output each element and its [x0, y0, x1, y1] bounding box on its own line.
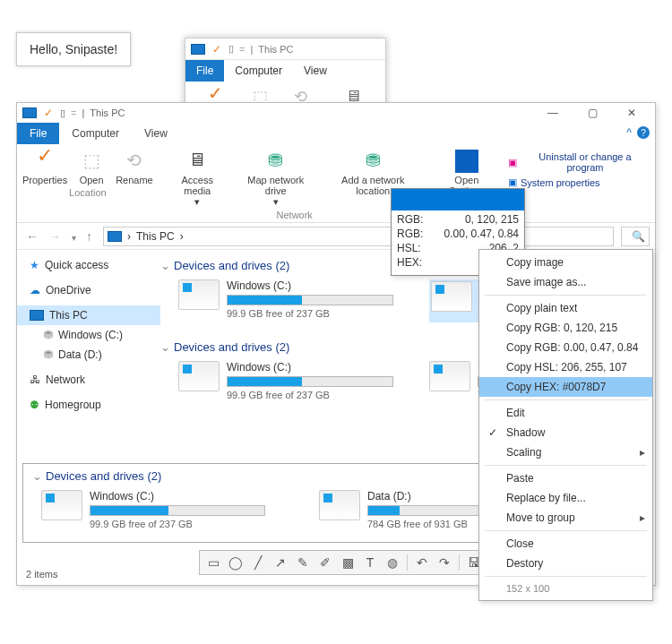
cloud-icon: ☁ — [30, 284, 40, 296]
drive-icon — [431, 281, 472, 312]
drive-icon — [319, 490, 360, 520]
menu-item[interactable]: Replace by file... — [479, 488, 652, 508]
homegroup-icon: ⚉ — [30, 399, 39, 411]
menu-item[interactable]: Copy RGB: 0, 120, 215 — [479, 318, 652, 338]
tab-computer[interactable]: Computer — [224, 60, 293, 82]
menu-item: 152 x 100 — [479, 580, 652, 597]
drive-c[interactable]: Windows (C:)99.9 GB free of 237 GB — [178, 279, 393, 322]
color-row: RGB:0.00, 0.47, 0.84 — [397, 227, 519, 241]
menu-item[interactable]: Copy image — [479, 253, 652, 272]
properties-button[interactable]: ✓Properties — [22, 150, 67, 185]
drive-icon — [178, 279, 220, 310]
star-icon: ★ — [30, 259, 39, 271]
monitor-icon — [22, 107, 37, 118]
search-icon: 🔍 — [632, 230, 645, 243]
menu-item[interactable]: Edit — [479, 403, 652, 423]
ribbon-network: 🖥Access media▾ ⛃Map network drive▾ ⛃Add … — [168, 150, 422, 220]
separator — [407, 554, 408, 571]
check-icon: ✓ — [42, 107, 55, 119]
tool-button[interactable]: ◯ — [226, 553, 246, 572]
menu-item[interactable]: Close — [479, 534, 652, 554]
tool-button[interactable]: ◍ — [383, 553, 402, 572]
history-button[interactable]: ▾ — [68, 233, 80, 243]
win-title: This PC — [90, 107, 125, 118]
tool-button[interactable]: ✎ — [293, 553, 313, 572]
rename-button[interactable]: ⟲Rename — [116, 150, 153, 185]
menu-item[interactable]: Move to group — [479, 508, 652, 528]
context-menu: Copy imageSave image as...Copy plain tex… — [478, 249, 653, 601]
search-box[interactable]: 🔍 — [621, 227, 650, 246]
path-box[interactable]: › This PC › — [103, 227, 614, 246]
drive-c[interactable]: Windows (C:)99.9 GB free of 237 GB — [178, 361, 393, 400]
tool-button[interactable]: ✐ — [315, 553, 335, 572]
sidebar-onedrive[interactable]: ☁OneDrive — [17, 280, 160, 300]
sidebar-network[interactable]: 🖧Network — [17, 370, 160, 390]
ribbon-location: ✓Properties ⬚Open ⟲Rename Location — [22, 150, 153, 220]
tool-button[interactable]: ▭ — [203, 553, 223, 572]
mini-tabs: File Computer View — [185, 60, 385, 82]
sidebar-datad[interactable]: ⛃Data (D:) — [17, 345, 160, 365]
menu-separator — [485, 399, 647, 400]
tab-file[interactable]: File — [17, 123, 59, 144]
sysprops-link[interactable]: ▣System properties — [508, 175, 650, 190]
tab-view[interactable]: View — [293, 60, 338, 82]
status-bar: 2 items — [26, 569, 57, 580]
network-icon: 🖧 — [30, 374, 40, 386]
sidebar-thispc[interactable]: This PC — [17, 305, 160, 325]
minimize-button[interactable]: — — [533, 103, 573, 123]
address-bar: ← → ▾ ↑ › This PC › 🔍 — [17, 223, 655, 250]
tab-file[interactable]: File — [185, 60, 224, 82]
drive-icon: ⛃ — [44, 348, 53, 361]
sidebar-winc[interactable]: ⛃Windows (C:) — [17, 325, 160, 345]
window-buttons: — ▢ ✕ — [533, 103, 651, 123]
menu-separator — [485, 576, 647, 577]
tool-button[interactable]: ↷ — [435, 553, 454, 572]
ribbon: ✓Properties ⬚Open ⟲Rename Location 🖥Acce… — [17, 144, 655, 223]
sep-icon: › — [127, 230, 131, 243]
nav-buttons: ← → ▾ ↑ — [22, 229, 96, 244]
maximize-button[interactable]: ▢ — [573, 103, 612, 123]
bar-icon: ▯ — [228, 43, 234, 55]
help-icon[interactable]: ? — [637, 126, 650, 139]
tool-button[interactable]: T — [360, 553, 380, 572]
tool-button[interactable]: ╱ — [248, 553, 268, 572]
chevron-down-icon: ⌄ — [160, 340, 174, 354]
group-label: Location — [22, 185, 153, 198]
menu-item[interactable]: Copy HSL: 206, 255, 107 — [479, 357, 652, 377]
ribbon-help: ^? — [626, 126, 650, 139]
tool-button[interactable]: ↶ — [412, 553, 432, 572]
mini-title: This PC — [258, 44, 293, 55]
menu-item[interactable]: Save image as... — [479, 272, 652, 292]
access-media[interactable]: 🖥Access media▾ — [168, 150, 228, 208]
menu-item[interactable]: Copy HEX: #0078D7 — [479, 377, 652, 397]
back-button[interactable]: ← — [22, 229, 42, 244]
tab-view[interactable]: View — [132, 123, 180, 144]
map-drive[interactable]: ⛃Map network drive▾ — [237, 150, 315, 208]
menu-separator — [485, 465, 647, 466]
menu-item[interactable]: Shadow — [479, 423, 652, 442]
group-label: Network — [168, 208, 422, 220]
check-icon: ✓ — [211, 43, 223, 56]
close-button[interactable]: ✕ — [612, 103, 651, 123]
drive-icon — [429, 361, 470, 391]
forward-button[interactable]: → — [45, 229, 65, 244]
open-button[interactable]: ⬚Open — [76, 150, 107, 185]
tab-computer[interactable]: Computer — [59, 123, 132, 144]
up-button[interactable]: ↑ — [82, 229, 96, 244]
collapse-ribbon[interactable]: ^ — [626, 126, 632, 139]
drive-c[interactable]: Windows (C:)99.9 GB free of 237 GB — [41, 490, 265, 529]
menu-item[interactable]: Scaling — [479, 442, 652, 462]
eq-icon: = — [239, 44, 245, 55]
color-row: RGB:0, 120, 215 — [397, 212, 519, 227]
chevron-down-icon: ⌄ — [160, 259, 174, 272]
menu-item[interactable]: Copy plain text — [479, 298, 652, 318]
menu-item[interactable]: Destory — [479, 554, 652, 573]
sidebar-homegroup[interactable]: ⚉Homegroup — [17, 395, 160, 415]
tool-button[interactable]: ↗ — [271, 553, 290, 572]
uninstall-link[interactable]: ▣Uninstall or change a program — [508, 150, 650, 175]
sidebar-quick[interactable]: ★Quick access — [17, 255, 160, 275]
tool-button[interactable]: ▩ — [338, 553, 358, 572]
menu-item[interactable]: Copy RGB: 0.00, 0.47, 0.84 — [479, 338, 652, 357]
menu-item[interactable]: Paste — [479, 468, 652, 488]
main-tabs: File Computer View — [17, 123, 655, 144]
